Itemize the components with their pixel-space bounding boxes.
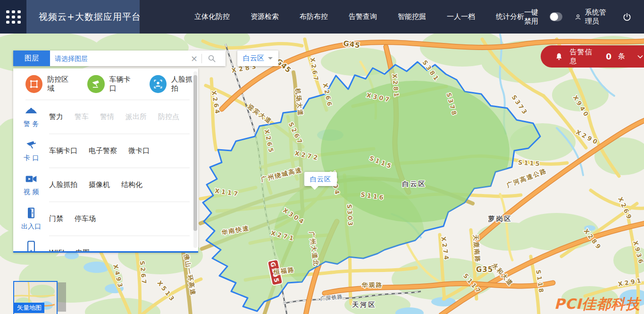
face-icon <box>150 75 167 93</box>
layer-category-label: 车辆卡口 <box>109 75 136 93</box>
layers-tab[interactable]: 图层 <box>13 51 50 66</box>
apps-grid-button[interactable] <box>0 0 26 34</box>
layer-group-name: 警 务 <box>24 120 39 128</box>
layer-toggle-电围[interactable]: 电围 <box>75 248 90 253</box>
nav-item-7[interactable]: 统计分析 <box>496 12 524 21</box>
district-label: 天河区 <box>352 301 376 308</box>
layer-group-video: 视 频人脸抓拍摄像机结构化 <box>13 168 198 202</box>
clear-search-icon[interactable]: × <box>187 53 201 63</box>
nav-item-4[interactable]: 告警查询 <box>349 12 377 21</box>
road-label: G35 <box>476 265 493 274</box>
layer-group-phone: 手 机WIFI电围 <box>13 236 198 253</box>
layer-category-label: 防控区域 <box>47 75 74 93</box>
district-tooltip: 白云区 <box>304 172 337 186</box>
layer-group-name: 出入口 <box>21 222 41 231</box>
user-name: 系统管理员 <box>585 8 610 26</box>
layer-toggle-警车[interactable]: 警车 <box>75 112 89 121</box>
layer-category-3[interactable]: 人脸抓拍 <box>150 75 198 93</box>
road-label: S303 <box>346 204 354 227</box>
bell-icon <box>555 52 563 61</box>
layer-categories: 防控区域车辆卡口人脸抓拍 <box>13 68 198 100</box>
layer-toggle-人脸抓拍[interactable]: 人脸抓拍 <box>49 180 77 189</box>
minimap-label: 矢量地图 <box>14 303 44 313</box>
nav-item-3[interactable]: 布防布控 <box>300 12 328 21</box>
layer-group-checkpoint: 卡 口车辆卡口电子警察微卡口 <box>13 134 198 168</box>
minimap[interactable]: 矢量地图 <box>13 281 58 314</box>
layer-toggle-微卡口[interactable]: 微卡口 <box>128 146 150 155</box>
one-key-disable-toggle[interactable] <box>550 12 562 21</box>
layer-category-1[interactable]: 防控区域 <box>25 75 74 93</box>
layer-group-name: 视 频 <box>24 188 39 196</box>
user-menu[interactable]: 系统管理员 <box>575 8 610 26</box>
panel-scrollbar[interactable] <box>193 71 197 248</box>
layer-group-door: 出入口门禁停车场 <box>13 202 198 236</box>
apps-grid-icon <box>6 10 21 24</box>
door-icon <box>26 207 36 221</box>
district-label: 白云区 <box>402 180 427 187</box>
alert-banner[interactable]: 告警信息 0 条 <box>541 45 644 68</box>
vendor-watermark: PCI佳都科技 <box>554 295 640 314</box>
scrollbar-thumb[interactable] <box>193 75 197 231</box>
layer-toggle-警情[interactable]: 警情 <box>100 112 114 121</box>
alert-count: 0 <box>606 52 611 61</box>
police-icon <box>25 106 37 118</box>
layer-toggle-结构化[interactable]: 结构化 <box>121 180 142 189</box>
layer-toggle-防控点[interactable]: 防控点 <box>158 112 179 121</box>
layer-group-name: 卡 口 <box>24 154 39 162</box>
district-label: 萝岗区 <box>488 215 512 222</box>
cctv-icon <box>87 75 104 93</box>
header-right: 一键禁用 系统管理员 <box>524 0 644 34</box>
nav-item-1[interactable]: 立体化防控 <box>194 12 230 21</box>
layer-toggle-停车场[interactable]: 停车场 <box>75 214 96 223</box>
minimap-expander[interactable] <box>58 282 66 312</box>
one-key-disable-label: 一键禁用 <box>524 8 544 26</box>
brand-block: ★ 视频云+大数据应用平台 <box>26 0 140 34</box>
search-icon <box>208 54 216 63</box>
top-navbar: ★ 视频云+大数据应用平台 立体化防控资源检索布防布控告警查询智能挖掘一人一档统… <box>0 0 644 34</box>
phone-icon <box>27 241 35 253</box>
user-icon <box>575 12 581 22</box>
layer-toggle-警力[interactable]: 警力 <box>49 112 63 121</box>
alert-expand-chevron[interactable] <box>636 53 644 60</box>
district-tooltip-text: 白云区 <box>310 175 331 183</box>
nav-item-2[interactable]: 资源检索 <box>251 12 279 21</box>
layer-panel: 防控区域车辆卡口人脸抓拍 警 务警力警车警情派出所防控点卡 口车辆卡口电子警察微… <box>13 68 198 253</box>
app-title: 视频云+大数据应用平台 <box>39 11 141 23</box>
layer-toggle-WIFI[interactable]: WIFI <box>49 249 64 253</box>
layer-toggle-摄像机[interactable]: 摄像机 <box>89 180 110 189</box>
nav-item-5[interactable]: 智能挖掘 <box>398 12 426 21</box>
main-nav: 立体化防控资源检索布防布控告警查询智能挖掘一人一档统计分析 <box>194 0 524 34</box>
layer-search-bar: 图层 × <box>13 51 226 66</box>
layer-group-police: 警 务警力警车警情派出所防控点 <box>13 100 198 134</box>
district-selector-value: 白云区 <box>243 54 264 63</box>
alert-unit: 条 <box>618 52 625 61</box>
power-icon <box>622 12 632 22</box>
layer-category-2[interactable]: 车辆卡口 <box>87 75 136 93</box>
layer-toggle-车辆卡口[interactable]: 车辆卡口 <box>49 146 77 155</box>
region-icon <box>25 75 42 93</box>
logout-button[interactable] <box>622 12 632 22</box>
alert-label: 告警信息 <box>570 48 600 66</box>
search-button[interactable] <box>202 54 222 63</box>
checkpoint-icon <box>25 140 37 152</box>
video-icon <box>25 174 37 186</box>
chevron-down-icon <box>268 57 273 62</box>
layer-toggle-派出所[interactable]: 派出所 <box>125 112 147 121</box>
road-label: 华观路 <box>361 281 383 289</box>
district-selector[interactable]: 白云区 <box>237 51 278 66</box>
layer-toggle-门禁[interactable]: 门禁 <box>49 214 63 223</box>
nav-item-6[interactable]: 一人一档 <box>447 12 475 21</box>
layer-toggle-电子警察[interactable]: 电子警察 <box>89 146 117 155</box>
layer-search-input[interactable] <box>54 54 187 63</box>
